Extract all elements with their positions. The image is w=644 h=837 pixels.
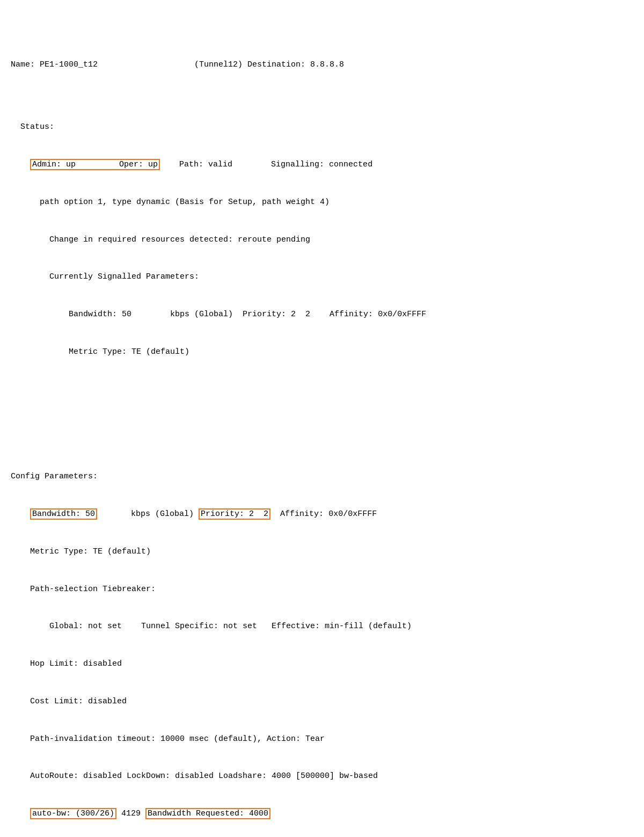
path-invalidation: Path-invalidation timeout: 10000 msec (d… (11, 734, 325, 744)
change-line: Change in required resources detected: r… (11, 234, 633, 246)
config-label-line: Config Parameters: (11, 470, 633, 483)
priority-highlight: Priority: 2 2 (199, 508, 270, 520)
kbps-global: kbps (Global) (97, 510, 199, 519)
admin-oper-highlight: Admin: up Oper: up (30, 159, 160, 170)
status-label-line: Status: (11, 121, 633, 133)
config-bandwidth-line: Bandwidth: 50 kbps (Global) Priority: 2 … (11, 508, 633, 520)
path-signalling: Path: valid Signalling: connected (160, 160, 372, 169)
metric-type-status-line: Metric Type: TE (default) (11, 346, 633, 358)
metric-type-status: Metric Type: TE (default) (11, 347, 189, 356)
autoroute-line: AutoRoute: disabled LockDown: disabled L… (11, 770, 633, 782)
bandwidth-status-line: Bandwidth: 50 kbps (Global) Priority: 2 … (11, 308, 633, 321)
change-text: Change in required resources detected: r… (11, 235, 310, 244)
header-line: Name: PE1-1000_t12 (Tunnel12) Destinatio… (11, 59, 633, 71)
hop-limit: Hop Limit: disabled (11, 659, 122, 668)
cost-limit-line: Cost Limit: disabled (11, 695, 633, 708)
auto-bw-number: 4129 (116, 809, 145, 818)
name-label: Name: PE1-1000_t12 (11, 60, 98, 69)
global-tunnel-line: Global: not set Tunnel Specific: not set… (11, 620, 633, 632)
metric-type-config-line: Metric Type: TE (default) (11, 545, 633, 558)
currently-signalled-line: Currently Signalled Parameters: (11, 271, 633, 283)
main-content: Name: PE1-1000_t12 (Tunnel12) Destinatio… (11, 9, 633, 837)
global-tunnel: Global: not set Tunnel Specific: not set… (11, 622, 412, 631)
metric-type-config: Metric Type: TE (default) (11, 547, 151, 556)
bandwidth-req-highlight: Bandwidth Requested: 4000 (145, 808, 270, 819)
admin-oper-line: Admin: up Oper: up Path: valid Signallin… (11, 158, 633, 171)
path-selection: Path-selection Tiebreaker: (11, 585, 156, 594)
bandwidth-config-highlight: Bandwidth: 50 (30, 508, 97, 520)
affinity: Affinity: 0x0/0xFFFF (270, 510, 377, 519)
path-invalidation-line: Path-invalidation timeout: 10000 msec (d… (11, 733, 633, 745)
hop-limit-line: Hop Limit: disabled (11, 658, 633, 670)
autoroute: AutoRoute: disabled LockDown: disabled L… (11, 772, 378, 781)
tunnel-dest: (Tunnel12) Destination: 8.8.8.8 (194, 60, 344, 69)
auto-bw-highlight: auto-bw: (300/26) (30, 808, 116, 819)
path-option: path option 1, type dynamic (Basis for S… (20, 198, 330, 207)
path-selection-line: Path-selection Tiebreaker: (11, 583, 633, 595)
config-label: Config Parameters: (11, 472, 98, 481)
path-option-line: path option 1, type dynamic (Basis for S… (11, 196, 633, 208)
blank-1 (11, 408, 633, 420)
cost-limit: Cost Limit: disabled (11, 697, 127, 706)
currently-signalled: Currently Signalled Parameters: (11, 272, 199, 281)
bandwidth-status: Bandwidth: 50 kbps (Global) Priority: 2 … (11, 310, 426, 319)
status-label: Status: (20, 122, 54, 132)
auto-bw-line: auto-bw: (300/26) 4129 Bandwidth Request… (11, 807, 633, 820)
